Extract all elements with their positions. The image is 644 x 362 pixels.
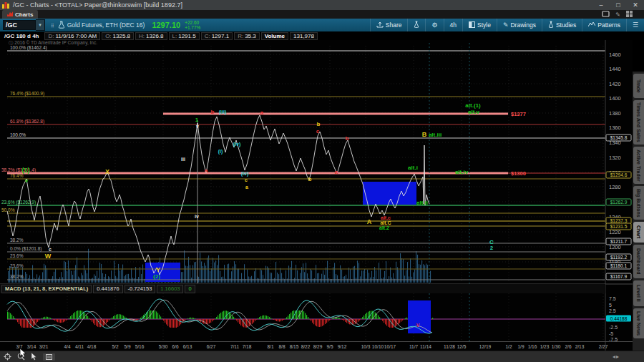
- panel-separators: ⓘ 2016 © TD Ameritrade IP Company, Inc.: [0, 40, 633, 342]
- svg-text:alt.(1): alt.(1): [465, 102, 481, 109]
- hamburger-icon: ☰: [633, 21, 638, 29]
- svg-text:1320: 1320: [609, 155, 621, 161]
- sidebar-tab-chart[interactable]: Chart: [633, 222, 644, 243]
- svg-text:9/12: 9/12: [338, 344, 347, 349]
- svg-text:$1211.7: $1211.7: [610, 239, 627, 244]
- drawings-button[interactable]: ✎ Drawings: [497, 19, 542, 31]
- svg-text:a: a: [335, 169, 338, 175]
- svg-text:1460: 1460: [609, 52, 621, 58]
- window-titlebar[interactable]: /GC - Charts - <TOTAL> Paper@thinkorswim…: [0, 0, 644, 10]
- sidebar-tab-active-trader[interactable]: Active Trader: [633, 147, 644, 184]
- settings-button[interactable]: ⚙: [425, 19, 443, 31]
- svg-text:7/18: 7/18: [243, 344, 252, 349]
- svg-text:$1300: $1300: [511, 170, 526, 177]
- sidebar-tab-dashboard[interactable]: Dashboard: [633, 245, 644, 278]
- symbol-timeframe: /GC 180 d 4h: [0, 33, 43, 39]
- svg-text:$1237.3: $1237.3: [610, 218, 628, 223]
- svg-text:11/7: 11/7: [409, 344, 419, 349]
- svg-text:4/11: 4/11: [75, 344, 84, 349]
- svg-text:1400: 1400: [609, 95, 621, 102]
- mouse-cursor: [19, 348, 28, 361]
- sidebar-tab-level-ii[interactable]: Level II: [633, 280, 644, 306]
- svg-text:10/3: 10/3: [361, 344, 371, 349]
- symbol-input[interactable]: /GC: [3, 20, 36, 30]
- close-button[interactable]: ✕: [627, 0, 644, 10]
- maximize-button[interactable]: □: [610, 0, 627, 10]
- instrument-description: Gold Futures, ETH (DEC 16): [67, 21, 145, 29]
- menu-button[interactable]: ☰: [626, 19, 644, 31]
- svg-text:(iv): (iv): [241, 171, 249, 177]
- svg-text:5/30: 5/30: [159, 344, 168, 349]
- svg-text:7/11: 7/11: [230, 344, 240, 349]
- svg-text:1380: 1380: [609, 110, 621, 117]
- onDemand-button[interactable]: [407, 19, 425, 31]
- svg-text:b: b: [346, 135, 349, 142]
- svg-text:$1192.2: $1192.2: [610, 255, 627, 260]
- patterns-button[interactable]: Patterns: [582, 19, 626, 31]
- drag-handle-icon[interactable]: ⁝⁝: [51, 21, 54, 29]
- symbol-dropdown-button[interactable]: ▾: [36, 19, 45, 31]
- svg-text:iii: iii: [181, 157, 185, 162]
- sidebar-tab-trade[interactable]: Trade: [633, 74, 644, 98]
- tab-charts[interactable]: Charts: [2, 10, 38, 19]
- svg-text:(iv): (iv): [233, 142, 241, 147]
- detach-panel-icon[interactable]: [602, 11, 610, 19]
- chart-canvas[interactable]: 100.0% ($1462.4)76.4% ($1400.9)61.8% ($1…: [0, 40, 633, 351]
- share-button[interactable]: Share: [370, 19, 408, 31]
- edit-icon[interactable]: ✎: [615, 11, 620, 18]
- studies-button[interactable]: Studies: [542, 19, 582, 31]
- status-bar: ◂▸: [0, 351, 644, 362]
- svg-text:-2.5: -2.5: [609, 325, 618, 330]
- macd-value: 0: [185, 285, 195, 293]
- svg-text:8/22: 8/22: [301, 344, 311, 349]
- svg-text:8/8: 8/8: [278, 344, 285, 349]
- macd-title[interactable]: MACD (13, 21, 8, EXPONENTIAL): [1, 285, 92, 293]
- grid-icon[interactable]: [626, 11, 633, 19]
- svg-text:23.6%: 23.6%: [10, 253, 24, 258]
- ohlc-cell: C:1297.1: [201, 32, 233, 40]
- volume-label-cell[interactable]: Volume: [261, 32, 288, 40]
- flask-icon[interactable]: [58, 19, 64, 31]
- svg-text:5/9: 5/9: [124, 344, 130, 349]
- macd-value: -0.724153: [125, 285, 156, 293]
- svg-text:0.0% ($1201.8): 0.0% ($1201.8): [10, 246, 42, 252]
- sidebar-tab-times-and-sales[interactable]: Times And Sales: [633, 100, 644, 145]
- svg-text:-5: -5: [609, 331, 613, 336]
- svg-text:Y: Y: [156, 266, 160, 273]
- sidebar-tab-live-news[interactable]: Live News: [633, 308, 644, 338]
- svg-text:(i): (i): [218, 149, 223, 155]
- svg-text:a: a: [260, 109, 264, 116]
- svg-text:iv: iv: [195, 214, 199, 219]
- copyright-text: ⓘ 2016 © TD Ameritrade IP Company, Inc.: [9, 40, 97, 46]
- timeframe-button[interactable]: 4h: [444, 19, 462, 31]
- svg-text:2/6: 2/6: [565, 344, 571, 349]
- panel-tool-icon[interactable]: [43, 353, 55, 361]
- style-button[interactable]: Style: [462, 19, 497, 31]
- svg-text:12/5: 12/5: [457, 344, 467, 349]
- svg-text:4/4: 4/4: [64, 344, 70, 349]
- svg-text:3/21: 3/21: [39, 344, 49, 349]
- svg-text:c: c: [245, 177, 248, 182]
- svg-text:6/6: 6/6: [172, 344, 178, 349]
- pan-tool-icon[interactable]: [4, 351, 11, 362]
- svg-text:4/18: 4/18: [87, 344, 97, 349]
- macd-panel: V7.552.5-2.5-5-7.50.44188: [7, 296, 631, 342]
- svg-text:1360: 1360: [609, 124, 621, 131]
- svg-text:$1167.9: $1167.9: [610, 274, 627, 279]
- cursor-tool-icon[interactable]: [31, 351, 37, 362]
- svg-text:8/15: 8/15: [290, 344, 299, 349]
- sidebar-tab-big-buttons[interactable]: Big Buttons: [633, 186, 644, 220]
- vertical-lines: [197, 43, 469, 341]
- macd-value: 0.441876: [93, 285, 122, 293]
- svg-text:B: B: [422, 131, 427, 138]
- svg-text:1/16: 1/16: [528, 344, 537, 349]
- ohlc-cell: D:11/9/16 7:00 AM: [44, 32, 100, 40]
- svg-text:100.0%: 100.0%: [10, 132, 26, 137]
- minimize-button[interactable]: –: [592, 0, 610, 10]
- ohlc-row: /GC 180 d 4h D:11/9/16 7:00 AMO:1325.8H:…: [0, 31, 644, 40]
- svg-text:$1345.8: $1345.8: [610, 135, 628, 140]
- svg-text:A: A: [367, 218, 372, 225]
- svg-text:alt.i: alt.i: [408, 165, 418, 171]
- svg-text:7.5: 7.5: [609, 296, 616, 301]
- scroll-arrows[interactable]: ◂▸: [613, 353, 620, 360]
